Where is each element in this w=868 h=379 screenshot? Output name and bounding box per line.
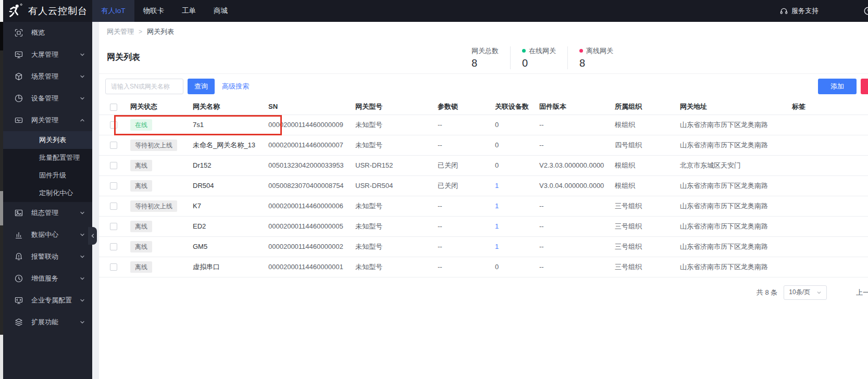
sidebar-collapse-handle[interactable] <box>88 227 97 245</box>
chevron-down-icon <box>80 320 85 325</box>
cell-model: USR-DR504 <box>350 175 432 196</box>
add-button[interactable]: 添加 <box>818 79 857 94</box>
row-checkbox[interactable] <box>110 182 117 190</box>
cell-devices: 1 <box>485 196 534 216</box>
row-checkbox[interactable] <box>110 223 117 230</box>
device-count-link[interactable]: 1 <box>495 182 499 190</box>
sidebar-item-label: 增值服务 <box>31 274 80 283</box>
row-checkbox[interactable] <box>110 121 117 129</box>
cell-org: 三号组织 <box>610 196 675 216</box>
cell-address: 山东省济南市历下区龙奥南路 <box>675 257 787 277</box>
cell-name: DR504 <box>188 175 263 196</box>
danger-action-button[interactable] <box>861 79 868 94</box>
sidebar-item[interactable]: 数据中心 <box>0 224 92 246</box>
alarm-icon <box>15 252 23 261</box>
breadcrumb-parent[interactable]: 网关管理 <box>107 27 134 36</box>
cell-status: 离线 <box>125 155 188 175</box>
column-header: 标签 <box>787 99 868 115</box>
cell-model: 未知型号 <box>350 196 432 216</box>
chevron-down-icon <box>80 254 85 259</box>
sidebar-subitem[interactable]: 网关列表 <box>0 131 92 149</box>
logo[interactable]: 有人云控制台 <box>0 0 92 22</box>
device-count: 0 <box>495 141 499 149</box>
sidebar-item[interactable]: 组态管理 <box>0 202 92 224</box>
sidebar-item-label: 报警联动 <box>31 252 80 261</box>
sidebar-item-label: 设备管理 <box>31 94 80 103</box>
cell-address: 山东省济南市历下区龙奥南路 <box>675 175 787 196</box>
table-row: 等待初次上线未命名_网关名称_1300002000114460000007未知型… <box>99 135 868 155</box>
sidebar-item-label: 组态管理 <box>31 208 80 218</box>
device-count-link[interactable]: 1 <box>495 243 499 250</box>
row-checkbox-cell <box>99 257 125 277</box>
data-icon <box>15 231 23 239</box>
notification-icon[interactable] <box>863 6 868 16</box>
cell-model: 未知型号 <box>350 257 432 277</box>
cell-status: 等待初次上线 <box>125 196 188 216</box>
sidebar-subitem[interactable]: 批量配置管理 <box>0 149 92 167</box>
cell-sn: 00002000114460000009 <box>263 115 350 135</box>
cell-model: 未知型号 <box>350 216 432 236</box>
topbar-tab[interactable]: 物联卡 <box>137 0 171 22</box>
sidebar-item-label: 企业专属配置 <box>31 296 80 305</box>
device-count-link[interactable]: 1 <box>495 222 499 230</box>
header-checkbox[interactable] <box>110 104 117 111</box>
support-link[interactable]: 服务支持 <box>780 6 819 16</box>
stat-value: 8 <box>472 57 499 69</box>
sidebar-item[interactable]: 报警联动 <box>0 246 92 268</box>
status-badge: 离线 <box>130 221 152 232</box>
cell-firmware: -- <box>534 196 610 216</box>
cell-sn: 00002000114460000005 <box>263 216 350 236</box>
device-count-link[interactable]: 1 <box>495 202 499 210</box>
stat-group: 在线网关0 <box>510 46 567 69</box>
cell-tag <box>787 257 868 277</box>
sidebar-item[interactable]: 增值服务 <box>0 268 92 289</box>
gateway-table: 网关状态网关名称SN网关型号参数锁关联设备数固件版本所属组织网关地址标签 在线7… <box>99 99 868 277</box>
topbar-tab[interactable]: 有人IoT <box>92 0 134 22</box>
row-checkbox[interactable] <box>110 243 117 250</box>
sidebar-submenu: 网关列表批量配置管理固件升级定制化中心 <box>0 131 92 202</box>
sidebar-item[interactable]: 企业专属配置 <box>0 289 92 311</box>
cell-devices: 0 <box>485 135 534 155</box>
row-checkbox[interactable] <box>110 203 117 210</box>
advanced-search-link[interactable]: 高级搜索 <box>222 82 249 91</box>
cell-model: 未知型号 <box>350 135 432 155</box>
sidebar-item[interactable]: 设备管理 <box>0 87 92 109</box>
previous-page-button[interactable]: 上一页 <box>856 288 868 297</box>
app-title: 有人云控制台 <box>28 5 88 17</box>
sidebar: 概览大屏管理场景管理设备管理网关管理网关列表批量配置管理固件升级定制化中心组态管… <box>0 22 92 379</box>
cell-param-lock: 已关闭 <box>432 175 485 196</box>
column-header: 关联设备数 <box>485 99 534 115</box>
cell-param-lock: -- <box>432 115 485 135</box>
cell-devices: 0 <box>485 155 534 175</box>
cell-sn: 00501323042000033953 <box>263 155 350 175</box>
sidebar-subitem[interactable]: 定制化中心 <box>0 184 92 202</box>
row-checkbox[interactable] <box>110 142 117 149</box>
cell-devices: 1 <box>485 175 534 196</box>
sidebar-item[interactable]: 大屏管理 <box>0 44 92 66</box>
query-button[interactable]: 查询 <box>188 79 215 94</box>
sidebar-item[interactable]: 网关管理 <box>0 109 92 131</box>
row-checkbox[interactable] <box>110 263 117 271</box>
stat-group: 离线网关8 <box>567 46 625 69</box>
row-checkbox-cell <box>99 196 125 216</box>
cell-tag <box>787 115 868 135</box>
cell-devices: 0 <box>485 257 534 277</box>
sidebar-item[interactable]: 扩展功能 <box>0 311 92 333</box>
row-checkbox-cell <box>99 216 125 236</box>
topbar-tab[interactable]: 工单 <box>176 0 202 22</box>
cell-sn: 00002000114460000001 <box>263 257 350 277</box>
sidebar-item[interactable]: 场景管理 <box>0 66 92 87</box>
pagination: 共 8 条 10条/页 上一页 <box>99 277 868 308</box>
table-row: 离线ED200002000114460000005未知型号--1--三号组织山东… <box>99 216 868 236</box>
row-checkbox[interactable] <box>110 162 117 169</box>
search-input[interactable] <box>105 79 183 94</box>
sidebar-item[interactable]: 概览 <box>0 22 92 44</box>
sidebar-subitem[interactable]: 固件升级 <box>0 167 92 184</box>
stat-label: 离线网关 <box>579 46 613 56</box>
topbar-tab[interactable]: 商城 <box>207 0 234 22</box>
page-size-select[interactable]: 10条/页 <box>784 285 827 300</box>
table-row: 等待初次上线K700002000114460000006未知型号--1--三号组… <box>99 196 868 216</box>
device-icon <box>15 94 23 103</box>
column-header: SN <box>263 99 350 115</box>
status-badge: 离线 <box>130 160 152 171</box>
